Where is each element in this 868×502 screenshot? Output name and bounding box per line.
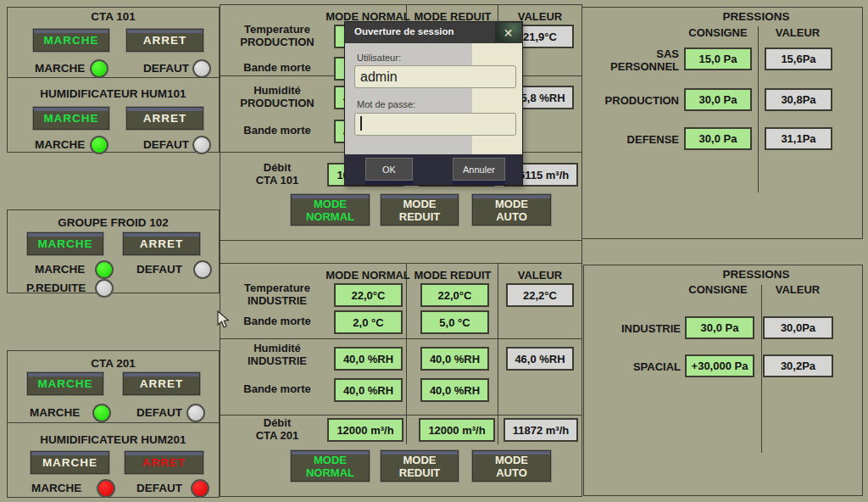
username-input[interactable] [354, 65, 516, 88]
mode-button-line1: MODE [403, 198, 437, 210]
row-label: Humidité PRODUCTION [225, 84, 329, 109]
mode-button-line1: MODE [314, 198, 347, 210]
header-valeur: VALEUR [500, 269, 580, 282]
mode-button-line2: NORMAL [306, 466, 354, 479]
panel-title: HUMIDIFICATEUR HUM201 [8, 433, 219, 446]
setpoint-reduit[interactable]: 12000 m³/h [419, 418, 495, 442]
mode-button-line1: MODE [495, 454, 528, 466]
pressure-valeur: 30,8Pa [765, 88, 832, 111]
username-label: Utilisateur: [357, 53, 401, 63]
marche-button[interactable]: MARCHE [26, 371, 104, 396]
pressure-consigne[interactable]: 15,0 Pa [684, 47, 752, 70]
arret-button[interactable]: ARRET [124, 450, 204, 475]
row-label: Débit CTA 101 [225, 161, 329, 187]
row-label-line1: Bande morte [225, 382, 329, 395]
panel-hum-101: HUMIDIFICATEUR HUM101 MARCHE ARRET MARCH… [7, 77, 220, 153]
panel-cta-201: CTA 201 MARCHE ARRET MARCHE DEFAUT [7, 350, 220, 424]
divider [758, 26, 759, 192]
marche-indicator-label: MARCHE [35, 261, 85, 277]
password-input[interactable] [354, 113, 516, 136]
divider [220, 240, 581, 241]
row-label-line2: INDUSTRIE [225, 294, 329, 307]
mode-reduit-button[interactable]: MODE REDUIT [380, 449, 459, 482]
cancel-button[interactable]: Annuler [453, 158, 505, 181]
ok-button[interactable]: OK [365, 158, 413, 181]
marche-button[interactable]: MARCHE [30, 450, 110, 475]
mode-button-line2: REDUIT [399, 466, 440, 479]
close-icon[interactable]: ✕ [495, 23, 521, 42]
row-label-line1: Bande morte [225, 61, 329, 74]
row-label-line1: INDUSTRIE [584, 322, 681, 335]
preduite-led-icon [95, 279, 114, 298]
divider [498, 263, 498, 444]
mode-auto-button[interactable]: MODE AUTO [471, 193, 552, 226]
defaut-led-icon [186, 404, 205, 422]
marche-button[interactable]: MARCHE [32, 106, 110, 131]
setpoint-reduit[interactable]: 22,0°C [420, 283, 489, 307]
panel-title: HUMIDIFICATEUR HUM101 [8, 87, 219, 100]
mode-normal-button[interactable]: MODE NORMAL [290, 193, 370, 226]
readout-valeur: 46,0 %RH [506, 347, 574, 371]
readout-valeur: 22,2°C [506, 283, 574, 307]
row-label: SAS PERSONNEL [582, 47, 679, 73]
row-label: Temperature PRODUCTION [225, 23, 329, 48]
row-label-line2: PERSONNEL [582, 60, 679, 73]
pressure-consigne[interactable]: +30,000 Pa [685, 354, 754, 377]
pressure-valeur: 30,0Pa [763, 316, 833, 339]
row-label-line1: PRODUCTION [582, 94, 679, 107]
arret-button[interactable]: ARRET [122, 371, 201, 396]
mode-reduit-button[interactable]: MODE REDUIT [380, 193, 459, 226]
header-valeur: VALEUR [756, 26, 839, 39]
arret-button[interactable]: ARRET [125, 106, 204, 131]
marche-indicator-label: MARCHE [35, 137, 85, 153]
text-caret [360, 116, 362, 131]
password-label: Mot de passe: [357, 99, 415, 109]
arret-button[interactable]: ARRET [122, 231, 201, 256]
scada-screen: CTA 101 MARCHE ARRET MARCHE DEFAUT HUMID… [0, 0, 868, 502]
mode-button-line2: REDUIT [399, 210, 440, 223]
marche-button[interactable]: MARCHE [32, 28, 110, 53]
row-label: Bande morte [225, 61, 329, 74]
panel-title: CTA 101 [8, 10, 219, 23]
panel-title: CTA 201 [8, 357, 219, 370]
marche-led-icon [95, 260, 114, 279]
pressure-consigne[interactable]: 30,0 Pa [684, 88, 752, 111]
preduite-indicator-label: P.REDUITE [26, 280, 86, 296]
readout-valeur: 11872 m³/h [504, 418, 578, 442]
header-consigne: CONSIGNE [676, 283, 760, 296]
dialog-title: Ouverture de session [354, 26, 454, 36]
row-label-line1: Bande morte [225, 124, 329, 137]
pressure-valeur: 30,2Pa [763, 354, 833, 377]
row-label: INDUSTRIE [584, 322, 681, 335]
setpoint-reduit[interactable]: 40,0 %RH [420, 347, 489, 371]
setpoint-reduit[interactable]: 40,0 %RH [420, 378, 489, 402]
row-label-line1: Débit [225, 161, 329, 174]
row-label: PRODUCTION [582, 94, 679, 107]
setpoint-reduit[interactable]: 5,0 °C [420, 310, 489, 334]
setpoint-normal[interactable]: 40,0 %RH [334, 347, 403, 371]
row-label-line2: PRODUCTION [225, 36, 329, 48]
setpoint-normal[interactable]: 12000 m³/h [327, 418, 403, 442]
marche-led-icon [97, 479, 115, 498]
pressure-consigne[interactable]: 30,0 Pa [684, 127, 752, 150]
mode-normal-button[interactable]: MODE NORMAL [290, 449, 370, 482]
dialog-titlebar[interactable]: Ouverture de session ✕ [345, 22, 522, 43]
pressure-valeur: 15,6Pa [765, 47, 832, 70]
marche-button[interactable]: MARCHE [26, 231, 104, 256]
panel-groupe-froid-102: GROUPE FROID 102 MARCHE ARRET MARCHE DEF… [7, 209, 220, 293]
setpoint-normal[interactable]: 40,0 %RH [334, 378, 403, 402]
arret-button[interactable]: ARRET [125, 28, 204, 53]
header-valeur: VALEUR [756, 283, 839, 296]
row-label: SPACIAL [584, 360, 681, 373]
row-label-line1: Temperature [225, 282, 329, 294]
row-label: Bande morte [225, 315, 329, 327]
mode-button-line1: MODE [403, 454, 437, 466]
setpoint-normal[interactable]: 22,0°C [334, 283, 403, 307]
defaut-led-icon [192, 59, 211, 78]
pressure-consigne[interactable]: 30,0 Pa [685, 316, 754, 339]
defaut-led-icon [192, 136, 211, 154]
row-label-line2: CTA 101 [225, 174, 329, 187]
mode-auto-button[interactable]: MODE AUTO [471, 449, 552, 482]
panel-hum-201: HUMIDIFICATEUR HUM201 MARCHE ARRET MARCH… [7, 422, 220, 498]
setpoint-normal[interactable]: 2,0 °C [334, 310, 403, 334]
